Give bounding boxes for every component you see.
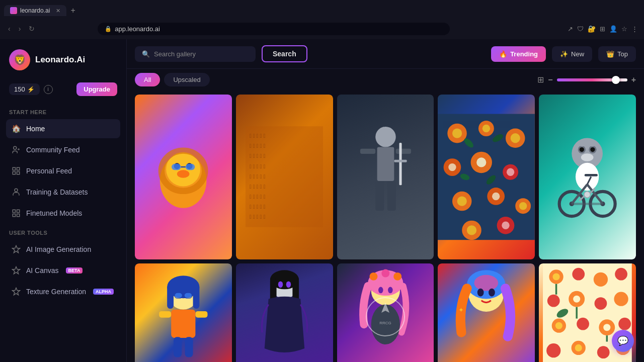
gallery-item[interactable]: RRCG # ✎ ⤢	[337, 263, 434, 362]
action-edit-icon[interactable]: ✎	[299, 267, 313, 282]
svg-point-104	[278, 282, 283, 288]
svg-point-17	[177, 170, 190, 177]
action-edit-icon[interactable]: ✎	[618, 99, 632, 113]
sidebar-item-ai-image[interactable]: AI Image Generation	[6, 240, 120, 259]
new-button[interactable]: ✨ New	[552, 46, 592, 62]
action-generate-icon[interactable]: #	[182, 99, 196, 113]
action-expand-icon[interactable]: ⤢	[618, 267, 632, 282]
svg-point-50	[477, 157, 487, 167]
sidebar-item-training[interactable]: Training & Datasets	[6, 183, 120, 202]
action-expand-icon[interactable]: ⤢	[416, 267, 430, 282]
svg-point-108	[378, 287, 383, 294]
gallery-item[interactable]: ✦ ✦ # ✎ ⤢	[438, 263, 535, 362]
svg-point-46	[511, 133, 520, 143]
browser-chrome: leonardo.ai ✕ + ‹ › ↻ 🔒 app.leonardo.ai …	[0, 0, 644, 39]
svg-point-140	[546, 343, 560, 357]
action-generate-icon[interactable]: #	[383, 267, 397, 282]
gallery-item[interactable]: # ✎ ⤢	[135, 263, 232, 362]
sidebar-item-community-feed[interactable]: Community Feed	[6, 140, 120, 159]
url-box[interactable]: 🔒 app.leonardo.ai	[98, 23, 450, 35]
svg-text:𓏀 𓐀 𓑀 𓒀 𓓀: 𓏀 𓐀 𓑀 𓒀 𓓀	[250, 214, 266, 220]
sidebar-item-personal-feed[interactable]: Personal Feed	[6, 161, 120, 180]
action-edit-icon[interactable]: ✎	[399, 267, 414, 282]
sidebar-item-home[interactable]: 🏠 Home	[6, 119, 120, 138]
zoom-thumb[interactable]	[612, 76, 620, 84]
share-icon[interactable]: ↗	[568, 25, 573, 33]
action-generate-icon[interactable]: #	[602, 99, 616, 113]
filter-all-button[interactable]: All	[135, 73, 160, 86]
svg-point-110	[369, 273, 377, 281]
sidebar-item-ai-canvas[interactable]: AI Canvas BETA	[6, 261, 120, 280]
action-generate-icon[interactable]: #	[485, 99, 499, 113]
action-generate-icon[interactable]: #	[485, 267, 499, 282]
sidebar-item-community-label: Community Feed	[26, 146, 80, 154]
action-edit-icon[interactable]: ✎	[198, 99, 212, 113]
shield-icon[interactable]: 🛡	[577, 25, 584, 33]
zoom-slider[interactable]	[557, 78, 627, 81]
svg-point-143	[597, 346, 610, 358]
personal-feed-icon	[11, 166, 21, 176]
svg-rect-19	[172, 164, 181, 170]
new-tab-icon[interactable]: +	[70, 6, 75, 15]
active-tab[interactable]: leonardo.ai ✕	[4, 5, 66, 16]
menu-icon[interactable]: ⋮	[631, 25, 638, 33]
svg-point-133	[614, 292, 628, 306]
tab-close-icon[interactable]: ✕	[56, 8, 60, 14]
bookmark-icon[interactable]: ☆	[621, 25, 627, 33]
start-here-label: Start Here	[6, 104, 120, 117]
user-icon[interactable]: 👤	[609, 25, 617, 33]
forward-icon[interactable]: ›	[17, 24, 23, 34]
svg-rect-39	[394, 160, 407, 162]
zoom-out-icon[interactable]: −	[548, 75, 552, 84]
gallery-item[interactable]: # ✎ ⤢	[438, 95, 535, 259]
svg-point-136	[577, 318, 589, 330]
gallery-item[interactable]: # ✎ ⤢	[135, 95, 232, 259]
ai-image-icon	[11, 244, 21, 254]
sidebar-item-texture[interactable]: Texture Generation ALPHA	[6, 282, 120, 301]
search-box[interactable]: 🔍 Search gallery	[135, 46, 256, 62]
trending-button[interactable]: 🔥 Trending	[491, 46, 546, 62]
action-expand-icon[interactable]: ⤢	[214, 267, 228, 282]
svg-rect-92	[175, 293, 183, 298]
extensions-icon[interactable]: ⊞	[600, 25, 605, 33]
chat-bubble[interactable]: 💬	[612, 330, 634, 352]
reload-icon[interactable]: ↻	[27, 24, 37, 34]
gallery-item[interactable]: ✎ ⤢	[236, 263, 333, 362]
filter-upscaled-button[interactable]: Upscaled	[164, 73, 209, 86]
action-edit-icon[interactable]: ✎	[501, 99, 515, 113]
zoom-in-icon[interactable]: +	[631, 75, 636, 84]
chat-icon: 💬	[617, 335, 628, 346]
gallery-item[interactable]: # ✎ ⤢	[337, 95, 434, 259]
info-icon[interactable]: i	[44, 85, 53, 94]
action-expand-icon[interactable]: ⤢	[315, 99, 329, 113]
svg-rect-20	[186, 164, 195, 170]
top-button[interactable]: 👑 Top	[598, 46, 636, 62]
upgrade-button[interactable]: Upgrade	[76, 82, 117, 96]
action-generate-icon[interactable]: #	[383, 99, 397, 113]
action-generate-icon[interactable]: #	[182, 267, 196, 282]
action-edit-icon[interactable]: ✎	[501, 267, 515, 282]
sidebar-item-finetuned[interactable]: Finetuned Models	[6, 204, 120, 223]
action-expand-icon[interactable]: ⤢	[315, 267, 329, 282]
svg-point-131	[573, 295, 580, 302]
action-edit-icon[interactable]: ✎	[198, 267, 212, 282]
gallery-item[interactable]: # ✎	[539, 95, 636, 259]
svg-text:✦: ✦	[458, 307, 464, 314]
gallery-item[interactable]: 𓀀 𓁀 𓂀 𓃀 𓄀 𓅀 𓆀 𓇀 𓈀 𓉀 𓊀 𓋀 𓌀 𓍀 𓎀 𓏀 𓐀 𓑀 𓒀 𓓀 …	[236, 95, 333, 259]
action-expand-icon[interactable]: ⤢	[517, 99, 531, 113]
action-generate-icon[interactable]: #	[299, 99, 313, 113]
logo-text: Leonardo.Ai	[35, 55, 85, 65]
action-edit-icon[interactable]: ✎	[399, 99, 414, 113]
back-icon[interactable]: ‹	[6, 24, 13, 34]
grid-view-icon[interactable]: ⊞	[537, 75, 544, 84]
search-placeholder: Search gallery	[154, 50, 196, 58]
search-button[interactable]: Search	[262, 45, 307, 62]
vpn-icon[interactable]: 🔐	[588, 25, 596, 33]
svg-point-70	[580, 147, 584, 152]
action-expand-icon[interactable]: ⤢	[517, 267, 531, 282]
action-expand-icon[interactable]: ⤢	[416, 99, 430, 113]
filter-bar: All Upscaled ⊞ − +	[127, 69, 644, 90]
action-expand-icon[interactable]: ⤢	[214, 99, 228, 113]
svg-rect-4	[17, 172, 20, 174]
svg-text:𓊀 𓋀 𓌀 𓍀 𓎀: 𓊀 𓋀 𓌀 𓍀 𓎀	[250, 204, 266, 210]
